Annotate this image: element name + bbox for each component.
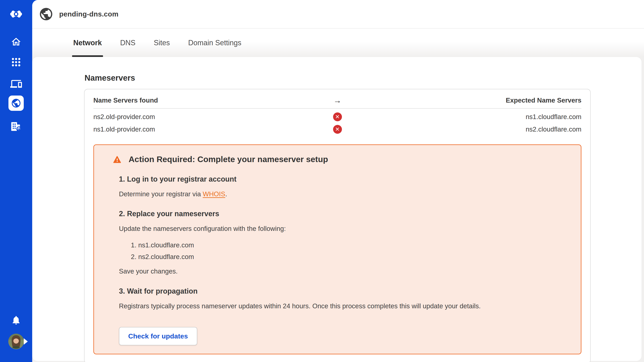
expected-nameservers-list: ns1.cloudflare.com ns2.cloudflare.com — [119, 241, 570, 261]
brand-logo-icon[interactable] — [0, 6, 32, 22]
expected-nameserver: ns1.cloudflare.com — [350, 113, 582, 121]
sidebar-item-apps[interactable] — [0, 56, 32, 68]
alert-title: Action Required: Complete your nameserve… — [128, 155, 328, 164]
expected-nameserver: ns2.cloudflare.com — [350, 125, 582, 133]
page-title: Nameservers — [84, 73, 642, 82]
step-2-text: Update the nameservers configuration wit… — [119, 224, 570, 233]
column-expected-name-servers: Expected Name Servers — [350, 96, 582, 104]
found-nameserver: ns2.old-provider.com — [94, 113, 326, 121]
tabbar: Network DNS Sites Domain Settings — [32, 28, 644, 57]
domain-favicon-globe-icon — [39, 7, 54, 21]
whois-link[interactable]: WHOIS — [203, 190, 225, 198]
step-1-heading: 1. Log in to your registrar account — [119, 175, 570, 183]
active-item-tile — [8, 95, 24, 111]
top-surface: pending-dns.com Network DNS Sites Domain… — [32, 0, 644, 57]
sidebar — [0, 0, 32, 362]
globe-icon — [11, 98, 21, 108]
error-x-icon: ✕ — [333, 112, 342, 121]
action-required-alert: Action Required: Complete your nameserve… — [94, 144, 582, 354]
nameservers-card: Name Servers found → Expected Name Serve… — [84, 89, 591, 362]
table-row: ns2.old-provider.com ✕ ns1.cloudflare.co… — [94, 111, 582, 123]
list-item: ns1.cloudflare.com — [138, 241, 570, 249]
found-nameserver: ns1.old-provider.com — [94, 125, 326, 133]
check-for-updates-button[interactable]: Check for updates — [119, 327, 197, 345]
nameservers-table-header: Name Servers found → Expected Name Serve… — [94, 92, 582, 109]
nameservers-table-body: ns2.old-provider.com ✕ ns1.cloudflare.co… — [94, 109, 582, 136]
step-1-text: Determine your registrar via WHOIS. — [119, 189, 570, 199]
warning-triangle-icon — [113, 156, 121, 163]
home-icon — [11, 36, 22, 47]
domain-header: pending-dns.com — [32, 0, 644, 28]
column-name-servers-found: Name Servers found — [94, 96, 326, 104]
building-gear-icon — [10, 121, 22, 132]
apps-grid-icon — [11, 57, 22, 67]
sidebar-item-home[interactable] — [0, 36, 32, 48]
step-2-heading: 2. Replace your nameservers — [119, 210, 570, 218]
alert-header: Action Required: Complete your nameserve… — [104, 155, 570, 164]
list-item: ns2.cloudflare.com — [138, 253, 570, 261]
main-panel: Nameservers Name Servers found → Expecte… — [32, 57, 642, 361]
sidebar-item-organization[interactable] — [0, 120, 32, 133]
notifications-bell[interactable] — [0, 314, 32, 326]
step-3-text: Registrars typically process nameserver … — [119, 302, 570, 311]
domain-title: pending-dns.com — [59, 10, 118, 18]
devices-icon — [10, 78, 22, 90]
avatar[interactable] — [8, 334, 24, 349]
avatar-photo — [8, 334, 24, 349]
tab-network[interactable]: Network — [73, 28, 102, 57]
table-row: ns1.old-provider.com ✕ ns2.cloudflare.co… — [94, 123, 582, 136]
sidebar-item-domains-active[interactable] — [0, 95, 32, 111]
tab-dns[interactable]: DNS — [120, 28, 136, 57]
tab-domain-settings[interactable]: Domain Settings — [188, 28, 241, 57]
tab-sites[interactable]: Sites — [154, 28, 170, 57]
expand-chevron-icon[interactable] — [24, 338, 28, 345]
error-x-icon: ✕ — [333, 125, 342, 134]
step-3-heading: 3. Wait for propagation — [119, 287, 570, 296]
bell-icon — [11, 315, 21, 325]
alert-body: 1. Log in to your registrar account Dete… — [119, 175, 570, 345]
arrow-icon: → — [326, 96, 350, 105]
save-changes-text: Save your changes. — [119, 267, 570, 276]
sidebar-item-devices[interactable] — [0, 77, 32, 90]
